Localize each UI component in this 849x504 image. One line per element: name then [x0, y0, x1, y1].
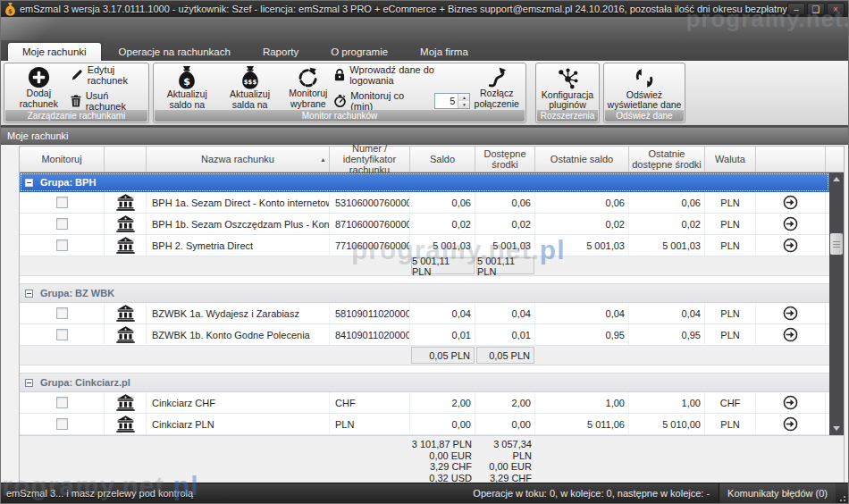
column-header[interactable]: Saldo [410, 147, 475, 172]
tab-raporty[interactable]: Raporty [248, 43, 313, 61]
scroll-track[interactable] [829, 186, 844, 422]
column-header[interactable]: Dostępne środki [475, 147, 535, 172]
monitor-checkbox[interactable] [56, 329, 68, 340]
cell: BPH 1a. Sezam Direct - Konto internetowe [147, 192, 330, 213]
column-header[interactable]: Waluta [705, 147, 756, 172]
scroll-up-icon[interactable] [829, 172, 844, 186]
table-row[interactable]: BPH 2. Symetria Direct771060007600003...… [20, 235, 829, 256]
plugins-config-button[interactable]: Konfiguracja pluginów [539, 65, 596, 111]
close-button[interactable]: × [827, 3, 845, 15]
open-account-button[interactable] [783, 327, 798, 342]
vertical-scrollbar[interactable] [829, 172, 844, 435]
table-row[interactable]: Cinkciarz CHFCHF2,002,001,001,00CHF [20, 392, 829, 414]
cell: 5 001,03 [410, 235, 475, 256]
refresh-data-button[interactable]: Odśwież wyświetlane dane [607, 65, 682, 111]
cell: PLN [705, 214, 756, 234]
column-header[interactable] [756, 147, 826, 172]
collapse-icon[interactable] [25, 379, 33, 387]
cell [20, 324, 105, 345]
scroll-thumb[interactable] [830, 233, 843, 255]
disconnect-button[interactable]: Rozłącz połączenie ▾ [470, 65, 523, 111]
collapse-icon[interactable] [25, 179, 33, 187]
svg-text:$: $ [183, 76, 190, 88]
tab-o-programie[interactable]: O programie [316, 43, 402, 61]
cell: 0,00 [475, 414, 535, 434]
svg-text:$: $ [8, 7, 13, 14]
cell: 871060007600003... [330, 214, 410, 234]
open-account-button[interactable] [783, 416, 798, 432]
lock-icon [334, 69, 345, 81]
monitor-checkbox[interactable] [56, 197, 68, 208]
table-row[interactable]: Cinkciarz PLNPLN0,000,005 011,065 010,00… [20, 414, 829, 435]
monitor-refresh-icon [297, 66, 319, 88]
edit-account-button[interactable]: Edytuj rachunek [71, 64, 146, 86]
open-account-button[interactable] [783, 238, 798, 253]
cell: CHF [705, 392, 756, 413]
tab-moje-rachunki[interactable]: Moje rachunki [8, 43, 101, 61]
money-bag-icon: $ [177, 66, 197, 89]
open-account-button[interactable] [783, 395, 798, 410]
cell: 771060007600003... [330, 235, 410, 256]
sort-asc-icon: ▲ [320, 156, 326, 164]
monitor-checkbox[interactable] [56, 418, 68, 430]
column-header[interactable]: Ostatnie dostępne środki [629, 147, 705, 172]
group-name: Grupa: Cinkciarz.pl [40, 377, 130, 388]
table-row[interactable]: BZWBK 1b. Konto Godne Polecenia841090110… [20, 324, 829, 346]
spin-down-icon[interactable]: ▼ [458, 101, 469, 108]
cell [756, 324, 826, 345]
update-balances-button[interactable]: $$$ Aktualizuj salda na rachunkach [218, 65, 282, 111]
ribbon-group-odswiez: Odśwież wyświetlane dane Odśwież dane [603, 63, 685, 123]
monitor-checkbox[interactable] [56, 218, 68, 230]
cell: 0,02 [535, 214, 629, 234]
resize-grip-icon[interactable] [836, 483, 848, 504]
column-header[interactable]: Ostatnie saldo [535, 147, 629, 172]
column-header[interactable] [105, 147, 147, 172]
cell: 5 010,00 [629, 414, 705, 434]
error-messages-button[interactable]: Komunikaty błędów (0) [719, 483, 836, 504]
update-balance-button[interactable]: $ Aktualizuj saldo na rachunku [156, 65, 218, 111]
cell: 0,04 [629, 303, 705, 323]
enter-login-button[interactable]: Wprowadź dane do logowania [334, 64, 470, 86]
group-row[interactable]: Grupa: BPH [20, 172, 829, 192]
monitor-interval-label: Monitoruj co (min) [350, 90, 426, 112]
bank-icon [116, 237, 135, 254]
table-row[interactable]: BPH 1b. Sezam Oszczędzam Plus - Konto os… [20, 214, 829, 235]
add-account-button[interactable]: Dodaj rachunek (konto) [7, 65, 71, 111]
table-row[interactable]: BZWBK 1a. Wydajesz i Zarabiasz5810901102… [20, 303, 829, 324]
cell [20, 192, 105, 213]
column-header[interactable]: Numer / identyfikator rachunku [330, 147, 410, 172]
open-account-button[interactable] [783, 195, 798, 210]
collapse-icon[interactable] [25, 290, 33, 298]
add-circle-icon [28, 66, 50, 88]
minimize-button[interactable]: – [787, 3, 805, 15]
group-gap [20, 365, 829, 373]
maximize-button[interactable]: ❑ [807, 3, 825, 15]
ribbon-tab-strip: Moje rachunki Operacje na rachunkach Rap… [1, 17, 848, 61]
column-header[interactable]: Monitoruj [20, 147, 105, 172]
monitor-checkbox[interactable] [56, 307, 68, 319]
delete-account-button[interactable]: Usuń rachunek [71, 90, 146, 112]
monitor-selected-button[interactable]: Monitoruj wybrane rachunki [282, 65, 335, 111]
interval-value[interactable]: 5 [435, 94, 458, 108]
open-account-button[interactable] [783, 306, 798, 321]
panel-title: Moje rachunki [1, 128, 848, 145]
refresh-icon [634, 66, 655, 90]
cell [756, 303, 826, 323]
open-account-button[interactable] [783, 216, 798, 231]
table-row[interactable]: BPH 1a. Sezam Direct - Konto internetowe… [20, 192, 829, 214]
column-header[interactable]: Nazwa rachunku▲ [147, 147, 330, 172]
window-title: emSzmal 3 wersja 3.17.0111.1000 - użytko… [20, 4, 787, 14]
spin-up-icon[interactable]: ▲ [458, 94, 469, 101]
cell: 0,04 [475, 303, 535, 323]
cell: 0,00 [410, 414, 475, 434]
monitor-checkbox[interactable] [56, 239, 68, 251]
monitor-checkbox[interactable] [56, 397, 68, 408]
cell: 0,95 [535, 324, 629, 345]
tab-moja-firma[interactable]: Moja firma [406, 43, 483, 61]
interval-spinner[interactable]: 5 ▲ ▼ [434, 93, 471, 109]
group-row[interactable]: Grupa: Cinkciarz.pl [20, 373, 829, 392]
tab-operacje-na-rachunkach[interactable]: Operacje na rachunkach [105, 43, 245, 61]
scroll-down-icon[interactable] [829, 422, 844, 435]
ribbon-group-label: Monitor rachunków [155, 110, 525, 122]
group-row[interactable]: Grupa: BZ WBK [20, 283, 829, 303]
